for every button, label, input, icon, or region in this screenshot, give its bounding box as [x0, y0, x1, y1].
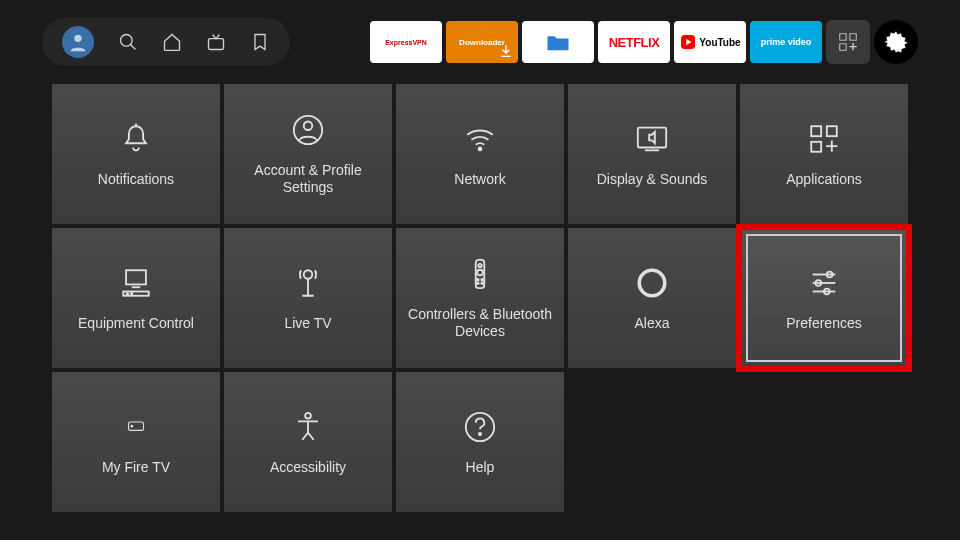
- tile-my-fire-tv[interactable]: My Fire TV: [52, 372, 220, 512]
- tile-label: Equipment Control: [78, 315, 194, 332]
- top-bar: ExpressVPN Downloader NETFLIX YouTube pr…: [0, 0, 960, 76]
- svg-point-27: [477, 279, 479, 281]
- help-icon: [460, 409, 500, 445]
- app-youtube[interactable]: YouTube: [674, 21, 746, 63]
- tile-label: Help: [466, 459, 495, 476]
- svg-point-0: [74, 35, 81, 42]
- search-button[interactable]: [118, 32, 138, 52]
- svg-rect-13: [638, 127, 666, 147]
- tile-label: Account & Profile Settings: [232, 162, 384, 196]
- app-row: ExpressVPN Downloader NETFLIX YouTube pr…: [370, 20, 918, 64]
- home-button[interactable]: [162, 32, 182, 52]
- apps-grid-icon: [837, 31, 859, 53]
- tile-label: My Fire TV: [102, 459, 170, 476]
- tile-accessibility[interactable]: Accessibility: [224, 372, 392, 512]
- profile-button[interactable]: [62, 26, 94, 58]
- gear-icon: [883, 29, 909, 55]
- app-label: prime video: [761, 38, 812, 47]
- tile-label: Display & Sounds: [597, 171, 708, 188]
- bookmark-icon: [250, 32, 270, 52]
- app-es-file-explorer[interactable]: [522, 21, 594, 63]
- alexa-icon: [632, 265, 672, 301]
- settings-button[interactable]: [874, 20, 918, 64]
- live-button[interactable]: [206, 32, 226, 52]
- tile-applications[interactable]: Applications: [740, 84, 908, 224]
- svg-point-29: [477, 283, 479, 285]
- tile-label: Alexa: [634, 315, 669, 332]
- remote-icon: [460, 256, 500, 292]
- settings-grid: Notifications Account & Profile Settings…: [0, 76, 960, 512]
- tile-controllers[interactable]: Controllers & Bluetooth Devices: [396, 228, 564, 368]
- app-netflix[interactable]: NETFLIX: [598, 21, 670, 63]
- profile-icon: [67, 31, 89, 53]
- antenna-icon: [288, 265, 328, 301]
- app-label: ExpressVPN: [385, 39, 427, 46]
- download-icon: [498, 43, 514, 59]
- tile-label: Live TV: [284, 315, 331, 332]
- apps-grid-button[interactable]: [826, 20, 870, 64]
- tile-label: Applications: [786, 171, 862, 188]
- svg-point-12: [479, 147, 482, 150]
- svg-point-26: [477, 270, 483, 276]
- tile-alexa[interactable]: Alexa: [568, 228, 736, 368]
- bell-icon: [116, 121, 156, 157]
- svg-point-42: [479, 433, 481, 435]
- svg-point-39: [131, 425, 133, 427]
- svg-point-31: [639, 270, 665, 296]
- app-label: YouTube: [699, 37, 740, 48]
- tile-live-tv[interactable]: Live TV: [224, 228, 392, 368]
- svg-rect-15: [811, 126, 821, 136]
- svg-point-22: [131, 293, 132, 294]
- wifi-icon: [460, 121, 500, 157]
- svg-point-40: [305, 412, 311, 418]
- accessibility-icon: [288, 409, 328, 445]
- svg-line-2: [131, 45, 136, 50]
- tile-label: Network: [454, 171, 505, 188]
- sliders-icon: [804, 265, 844, 301]
- svg-rect-17: [811, 141, 821, 151]
- app-expressvpn[interactable]: ExpressVPN: [370, 21, 442, 63]
- tile-label: Notifications: [98, 171, 174, 188]
- app-primevideo[interactable]: prime video: [750, 21, 822, 63]
- svg-point-11: [304, 122, 313, 131]
- nav-pill: [42, 18, 290, 66]
- svg-point-21: [127, 293, 128, 294]
- device-icon: [116, 409, 156, 445]
- svg-point-25: [478, 264, 481, 267]
- folder-icon: [544, 28, 572, 56]
- tile-notifications[interactable]: Notifications: [52, 84, 220, 224]
- bookmark-button[interactable]: [250, 32, 270, 52]
- svg-point-23: [304, 270, 313, 279]
- tv-icon: [206, 32, 226, 52]
- svg-rect-7: [840, 44, 846, 50]
- tile-account-profile[interactable]: Account & Profile Settings: [224, 84, 392, 224]
- equipment-icon: [116, 265, 156, 301]
- search-icon: [118, 32, 138, 52]
- svg-rect-5: [840, 34, 846, 40]
- svg-point-1: [121, 35, 133, 47]
- tile-label: Preferences: [786, 315, 861, 332]
- display-sound-icon: [632, 121, 672, 157]
- svg-point-30: [481, 283, 483, 285]
- tile-display-sounds[interactable]: Display & Sounds: [568, 84, 736, 224]
- home-icon: [162, 32, 182, 52]
- svg-rect-18: [126, 270, 146, 284]
- tile-label: Accessibility: [270, 459, 346, 476]
- user-circle-icon: [288, 112, 328, 148]
- tile-equipment-control[interactable]: Equipment Control: [52, 228, 220, 368]
- app-label: NETFLIX: [609, 35, 660, 50]
- youtube-icon: [679, 35, 697, 49]
- svg-rect-6: [850, 34, 856, 40]
- tile-help[interactable]: Help: [396, 372, 564, 512]
- tile-label: Controllers & Bluetooth Devices: [404, 306, 556, 340]
- tile-network[interactable]: Network: [396, 84, 564, 224]
- svg-rect-16: [827, 126, 837, 136]
- app-downloader[interactable]: Downloader: [446, 21, 518, 63]
- tile-preferences[interactable]: Preferences: [740, 228, 908, 368]
- apps-icon: [804, 121, 844, 157]
- svg-rect-3: [209, 39, 224, 50]
- svg-point-28: [481, 279, 483, 281]
